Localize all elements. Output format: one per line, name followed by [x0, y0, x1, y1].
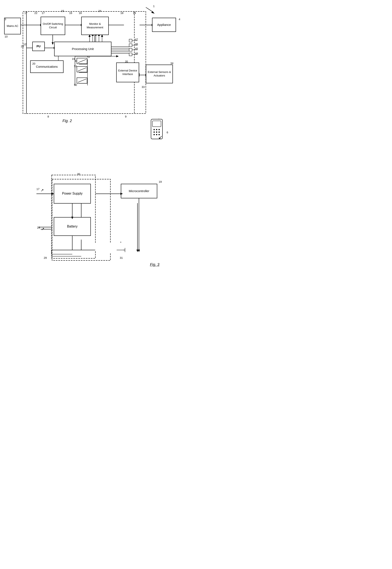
- fig3-label: Fig. 3: [150, 263, 159, 267]
- svg-point-93: [154, 131, 155, 133]
- status-label: Status: [96, 245, 123, 253]
- svg-line-80: [78, 59, 86, 63]
- svg-line-82: [78, 68, 86, 71]
- ref-17a: 17: [24, 12, 27, 14]
- svg-rect-87: [153, 121, 161, 127]
- ref6-arrow: ↙: [158, 134, 162, 140]
- switch-52: [77, 58, 87, 64]
- monitor-measurement-box: Monitor & Measurement: [81, 17, 109, 35]
- ref-28-fig3: 28: [37, 226, 40, 229]
- processing-unit-box: Processing Unit: [54, 42, 112, 56]
- svg-point-95: [158, 131, 160, 133]
- ref-50: 50: [74, 83, 77, 86]
- battery-box: Battery: [54, 217, 91, 236]
- ref-6: 6: [167, 131, 168, 134]
- ref-30-fig3: 30: [77, 172, 80, 176]
- ref-14: 14: [133, 12, 136, 14]
- ref-10: 10: [5, 35, 8, 38]
- ref-17b: 17: [42, 12, 44, 14]
- svg-marker-65: [151, 11, 154, 14]
- ref-46: 46: [135, 43, 138, 46]
- ref-48: 48: [135, 52, 138, 55]
- svg-marker-109: [138, 250, 140, 252]
- external-sensors-actuators-box: External Sensors & Actuators: [146, 65, 173, 83]
- ref-16: 16: [69, 12, 72, 14]
- svg-point-97: [156, 134, 157, 135]
- ref-33: 33: [142, 85, 145, 88]
- diagram-container: 1 Mains AC 3 10 12 On/Off Switching Circ…: [0, 0, 196, 284]
- ref-51: 51: [74, 65, 77, 68]
- ref-28-fig2: 28: [21, 45, 24, 48]
- ref-24: 24: [98, 9, 101, 13]
- ref-34: 34: [170, 62, 173, 65]
- svg-marker-101: [51, 193, 54, 195]
- svg-rect-33: [129, 53, 132, 56]
- svg-marker-42: [116, 55, 119, 57]
- onoff-switch-box: On/Off Switching Circuit: [41, 17, 65, 35]
- ref-20: 20: [32, 62, 35, 65]
- ref-19-fig2: 19: [72, 57, 75, 60]
- svg-marker-117: [152, 12, 155, 14]
- svg-point-90: [154, 129, 155, 130]
- appliance-box: Appliance: [152, 18, 176, 32]
- ref-47: 47: [135, 38, 138, 41]
- svg-line-116: [147, 8, 154, 13]
- mains-ac-box: Mains AC: [4, 18, 21, 34]
- ref-35: 35: [125, 60, 128, 63]
- ref-31-fig3: 31: [120, 256, 123, 259]
- switch-51: [77, 66, 87, 72]
- svg-marker-14: [52, 42, 54, 45]
- phone-icon: [150, 119, 162, 136]
- ref-52: 52: [87, 55, 90, 58]
- svg-point-92: [158, 129, 160, 130]
- ref-8: 8: [47, 115, 49, 118]
- ref-4: 4: [179, 18, 180, 21]
- svg-rect-31: [129, 44, 132, 47]
- ref-22: 22: [34, 12, 37, 14]
- ref-17-fig3: 17: [36, 187, 39, 191]
- external-device-interface-box: External Device Interface: [116, 62, 139, 82]
- microcontroller-box: Microcontroller: [121, 184, 157, 198]
- ref-15: 15: [61, 9, 64, 13]
- ref-9: 9: [125, 115, 126, 118]
- ref28-arrow: ↗: [41, 227, 44, 231]
- ref-18b: 18: [120, 12, 123, 14]
- svg-line-64: [146, 7, 153, 12]
- svg-rect-32: [129, 48, 132, 51]
- svg-point-96: [154, 134, 155, 135]
- svg-line-84: [78, 79, 86, 82]
- svg-marker-77: [136, 250, 139, 252]
- pu-box: PU: [32, 42, 45, 51]
- ref-18a: 18: [79, 12, 82, 14]
- svg-rect-30: [129, 39, 132, 42]
- ref-3: 3: [5, 18, 6, 21]
- fig2-label: Fig. 2: [62, 119, 72, 123]
- switch-50: [77, 77, 87, 83]
- ref-1: 1: [153, 5, 154, 8]
- power-supply-box: Power Supply: [54, 184, 91, 204]
- ref-19-fig3: 19: [159, 180, 162, 183]
- svg-point-94: [156, 131, 157, 133]
- ref-45: 45: [135, 47, 138, 50]
- ref17-arrow: ↗: [41, 188, 44, 193]
- ref-29-fig3: 29: [44, 256, 47, 259]
- svg-point-91: [156, 129, 157, 130]
